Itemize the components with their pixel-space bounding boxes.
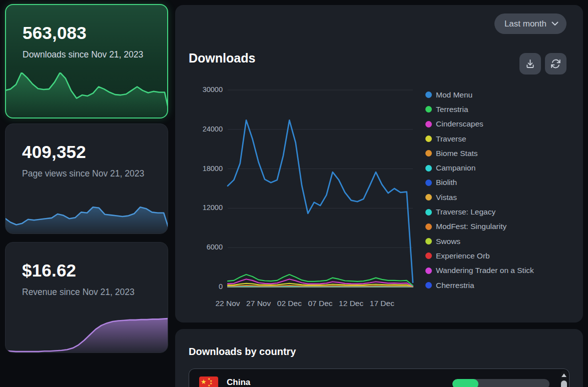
downloads-total-label: Downloads since Nov 21, 2023 [23, 49, 148, 61]
legend-item[interactable]: Wandering Trader on a Stick [425, 264, 534, 278]
page-views-total-label: Page views since Nov 21, 2023 [22, 168, 147, 180]
legend-dot-icon [425, 136, 432, 142]
legend-dot-icon [425, 92, 432, 98]
chart-title: Downloads [189, 51, 255, 66]
legend-item[interactable]: Experience Orb [425, 248, 534, 263]
downloads-total: 563,083 [23, 23, 87, 43]
legend-dot-icon [425, 238, 432, 244]
legend-dot-icon [425, 252, 432, 259]
legend-label: Biome Stats [436, 149, 478, 158]
country-panel-title: Downloads by country [189, 346, 296, 358]
chart-plot-area[interactable] [228, 85, 413, 295]
y-axis-tick: 6000 [190, 243, 223, 251]
page-views-total: 409,352 [22, 142, 86, 162]
legend-dot-icon [425, 209, 432, 216]
scrollbar[interactable] [560, 370, 567, 387]
legend-item[interactable]: Mod Menu [425, 88, 534, 102]
legend-item[interactable]: Biome Stats [425, 146, 534, 160]
legend-dot-icon [425, 180, 432, 186]
revenue-sparkline [5, 314, 168, 353]
legend-item[interactable]: Campanion [425, 160, 534, 175]
country-progress-bar [452, 379, 549, 387]
legend-item[interactable]: Cherrestria [425, 278, 534, 292]
legend-item[interactable]: Traverse [425, 132, 534, 146]
scrollbar-thumb[interactable] [561, 380, 567, 387]
legend-label: Traverse: Legacy [436, 208, 495, 216]
stat-card-revenue[interactable]: $16.62 Revenue since Nov 21, 2023 [5, 242, 168, 353]
downloads-sparkline [5, 72, 168, 118]
legend-item[interactable]: Biolith [425, 176, 534, 190]
downloads-by-country-panel: Downloads by country ★★★★★ China [175, 329, 583, 387]
y-axis-tick: 24000 [190, 125, 223, 133]
stat-card-page-views[interactable]: 409,352 Page views since Nov 21, 2023 [5, 124, 168, 234]
download-icon [525, 58, 535, 69]
chart-legend: Mod MenuTerrestriaCinderscapesTraverseBi… [425, 88, 534, 292]
scroll-up-arrow-icon[interactable] [561, 374, 566, 377]
legend-item[interactable]: ModFest: Singularity [425, 220, 534, 234]
refresh-button[interactable] [545, 53, 566, 74]
legend-item[interactable]: Cinderscapes [425, 117, 534, 132]
downloads-chart[interactable]: 300002400018000120006000022 Nov27 Nov02 … [228, 85, 413, 295]
legend-label: Cherrestria [436, 281, 474, 290]
legend-dot-icon [425, 121, 432, 128]
legend-dot-icon [425, 165, 432, 172]
country-row-china: ★★★★★ China [189, 369, 558, 387]
chevron-down-icon [551, 22, 558, 26]
china-flag-icon: ★★★★★ [199, 376, 218, 387]
legend-dot-icon [425, 268, 432, 274]
refresh-icon [550, 58, 561, 69]
legend-item[interactable]: Vistas [425, 190, 534, 204]
legend-item[interactable]: Terrestria [425, 102, 534, 116]
legend-item[interactable]: Traverse: Legacy [425, 204, 534, 219]
legend-label: Cinderscapes [436, 120, 483, 128]
legend-label: ModFest: Singularity [436, 222, 506, 231]
country-table: ★★★★★ China [189, 368, 569, 387]
legend-label: Terrestria [436, 105, 468, 114]
y-axis-tick: 18000 [190, 164, 223, 172]
revenue-total: $16.62 [22, 260, 76, 280]
legend-label: Experience Orb [436, 252, 490, 260]
x-axis-tick: 17 Dec [362, 299, 402, 308]
downloads-panel: Last month Downloads 3000024000180001200… [175, 5, 583, 322]
revenue-total-label: Revenue since Nov 21, 2023 [22, 286, 147, 298]
legend-dot-icon [425, 224, 432, 230]
legend-label: Vistas [436, 193, 457, 202]
export-csv-button[interactable] [519, 53, 541, 74]
legend-label: Mod Menu [436, 90, 472, 100]
legend-dot-icon [425, 194, 432, 200]
legend-dot-icon [425, 282, 432, 288]
page-views-sparkline [5, 198, 168, 234]
time-range-dropdown[interactable]: Last month [494, 14, 566, 34]
legend-dot-icon [425, 150, 432, 156]
country-name: China [227, 378, 250, 387]
legend-item[interactable]: Swows [425, 234, 534, 248]
legend-label: Campanion [436, 164, 475, 172]
legend-label: Traverse [436, 134, 466, 144]
stat-card-downloads[interactable]: 563,083 Downloads since Nov 21, 2023 [5, 4, 168, 118]
time-range-label: Last month [504, 19, 546, 29]
legend-label: Wandering Trader on a Stick [436, 266, 534, 275]
legend-dot-icon [425, 106, 432, 112]
y-axis-tick: 0 [190, 282, 223, 290]
y-axis-tick: 30000 [190, 86, 223, 94]
y-axis-tick: 12000 [190, 204, 223, 212]
legend-label: Biolith [436, 178, 457, 187]
legend-label: Swows [436, 237, 460, 246]
